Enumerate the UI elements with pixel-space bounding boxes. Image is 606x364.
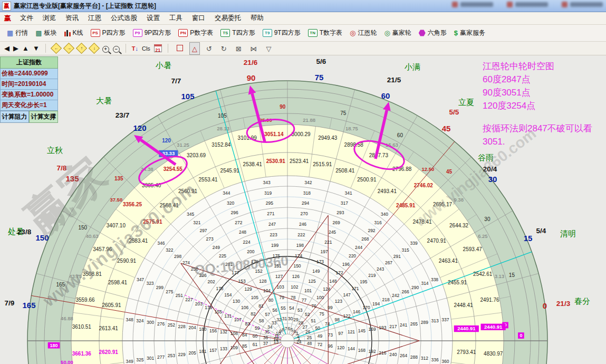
svg-text:298: 298 [174, 254, 181, 259]
svg-text:219: 219 [368, 273, 376, 278]
t9-square-button[interactable]: T99T四方形 [259, 27, 304, 39]
svg-text:2793.41: 2793.41 [457, 349, 476, 355]
p9-square-button[interactable]: P99P四方形 [129, 27, 175, 39]
down-icon[interactable]: ▼ [33, 44, 40, 53]
svg-text:5/6: 5/6 [316, 58, 326, 65]
menu-item-file[interactable]: 文件 [15, 13, 38, 24]
svg-text:21.88: 21.88 [303, 117, 315, 123]
svg-text:28: 28 [299, 320, 304, 325]
svg-text:2847.73: 2847.73 [369, 152, 389, 158]
svg-text:321: 321 [193, 220, 200, 225]
svg-text:360: 360 [441, 359, 449, 364]
rotate-cw-icon[interactable]: ↻ [218, 42, 229, 55]
menu-item-trade[interactable]: 交易委托 [210, 13, 246, 24]
svg-text:40.63: 40.63 [86, 233, 99, 239]
svg-text:83: 83 [245, 321, 250, 327]
svg-text:2746.02: 2746.02 [414, 183, 434, 188]
svg-text:313: 313 [431, 318, 439, 323]
svg-text:342: 342 [304, 180, 312, 185]
svg-text:50: 50 [315, 325, 321, 331]
main-toolbar: ▦行情 ▩板块 K线 PSP四方形 P99P四方形 PNP数字表 TST四方形 … [0, 25, 606, 42]
index-name: 上证指数 [0, 56, 58, 69]
t-square-button[interactable]: TST四方形 [217, 27, 258, 39]
t-number-table-button[interactable]: TNT数字表 [304, 27, 346, 39]
svg-text:153: 153 [238, 279, 246, 284]
svg-text:53: 53 [297, 308, 303, 313]
svg-text:320: 320 [227, 200, 234, 206]
forward-icon[interactable]: ▶ [13, 44, 18, 53]
quotes-button[interactable]: ▦行情 [3, 27, 32, 39]
menu-item-settings[interactable]: 设置 [142, 13, 165, 24]
gann-wheel-chart-area[interactable]: 1234567891011121324252627282930313233343… [0, 55, 606, 364]
svg-text:226: 226 [199, 273, 207, 278]
calc-resistance-button[interactable]: 计算阻力 [0, 111, 29, 123]
svg-text:288: 288 [410, 355, 418, 360]
svg-text:156: 156 [209, 328, 217, 333]
rotate-left-diamond-icon[interactable]: ← [51, 43, 62, 54]
menu-item-gann[interactable]: 江恩 [83, 13, 106, 24]
svg-text:168: 168 [358, 348, 365, 353]
svg-text:小满: 小满 [404, 62, 420, 71]
kline-button[interactable]: K线 [61, 27, 87, 39]
gann-wheel-canvas[interactable]: 1234567891011121324252627282930313233343… [0, 55, 606, 364]
t-sort-icon[interactable]: T↓ [132, 45, 138, 52]
svg-text:247: 247 [268, 222, 276, 227]
zoom-in-icon[interactable]: + [102, 44, 109, 53]
square-tool-icon[interactable] [174, 42, 186, 55]
shift-down-diamond-icon[interactable]: ↓ [89, 43, 100, 54]
p-square-button[interactable]: PSP四方形 [87, 27, 129, 39]
svg-text:6.25: 6.25 [478, 233, 488, 239]
sectors-button[interactable]: ▩板块 [32, 27, 60, 39]
svg-text:273: 273 [206, 236, 214, 242]
menu-bar: 赢 文件 浏览 资讯 江恩 公式选股 设置 工具 窗口 交易委托 帮助 [0, 12, 606, 25]
svg-text:75: 75 [315, 73, 324, 82]
cross-arrows-icon[interactable]: ⋈ [248, 42, 260, 55]
winner-wheel-button[interactable]: ◎赢家轮 [380, 27, 415, 39]
svg-text:120: 120 [337, 345, 344, 350]
svg-text:266: 266 [402, 289, 409, 294]
winner-service-button[interactable]: $赢家服务 [450, 27, 489, 39]
calendar-icon[interactable]: 21 [154, 44, 162, 52]
rotate-right-diamond-icon[interactable]: → [63, 43, 74, 54]
up-icon[interactable]: ▲ [22, 44, 29, 53]
gann-wheel-button[interactable]: ◎江恩轮 [346, 27, 380, 39]
back-icon[interactable]: ◀ [4, 44, 9, 53]
zoom-out-icon[interactable]: − [113, 44, 120, 53]
svg-text:122: 122 [343, 313, 351, 319]
menu-item-news[interactable]: 资讯 [61, 13, 83, 24]
marquee-zoom-icon[interactable]: ▽ [264, 42, 274, 55]
shift-up-diamond-icon[interactable]: ↑ [76, 43, 87, 54]
svg-text:2440.91: 2440.91 [484, 324, 503, 330]
menu-item-formula-stockpick[interactable]: 公式选股 [106, 13, 142, 24]
svg-text:3.13: 3.13 [495, 273, 505, 279]
menu-item-browse[interactable]: 浏览 [38, 13, 61, 24]
menu-item-tools[interactable]: 工具 [165, 13, 187, 24]
svg-text:29: 29 [293, 317, 299, 322]
calc-support-button[interactable]: 计算支撑 [29, 111, 58, 123]
svg-text:45: 45 [442, 124, 451, 133]
p-number-table-button[interactable]: PNP数字表 [175, 27, 217, 39]
menu-item-window[interactable]: 窗口 [187, 13, 210, 24]
svg-text:60: 60 [381, 91, 390, 100]
svg-text:7/9: 7/9 [5, 299, 15, 307]
svg-text:165: 165 [22, 301, 35, 310]
svg-text:84: 84 [242, 332, 247, 338]
svg-text:317: 317 [341, 200, 348, 206]
svg-text:154: 154 [224, 292, 232, 298]
ps-box-icon: PS [91, 29, 100, 37]
svg-text:336: 336 [431, 357, 439, 362]
svg-text:82: 82 [251, 311, 256, 317]
svg-text:202: 202 [208, 279, 215, 284]
svg-text:34: 34 [267, 324, 273, 330]
svg-text:172: 172 [336, 270, 343, 275]
box-select-icon[interactable]: ⊠ [233, 42, 244, 55]
svg-text:299: 299 [156, 285, 163, 290]
menu-item-help[interactable]: 帮助 [246, 13, 268, 24]
svg-text:242: 242 [392, 293, 399, 298]
chart-toolbar: ◀ ▶ ▲ ▼ ← → ↑ ↓ + − T↓ Cls 21 △ ↺ ↻ ⊠ ⋈ … [0, 42, 606, 55]
svg-text:30: 30 [288, 316, 293, 321]
triangle-tool-icon[interactable]: △ [189, 42, 200, 55]
rotate-ccw-icon[interactable]: ↺ [204, 42, 215, 55]
cls-button[interactable]: Cls [142, 45, 150, 52]
hexagon-button[interactable]: 六角形 [415, 27, 450, 39]
